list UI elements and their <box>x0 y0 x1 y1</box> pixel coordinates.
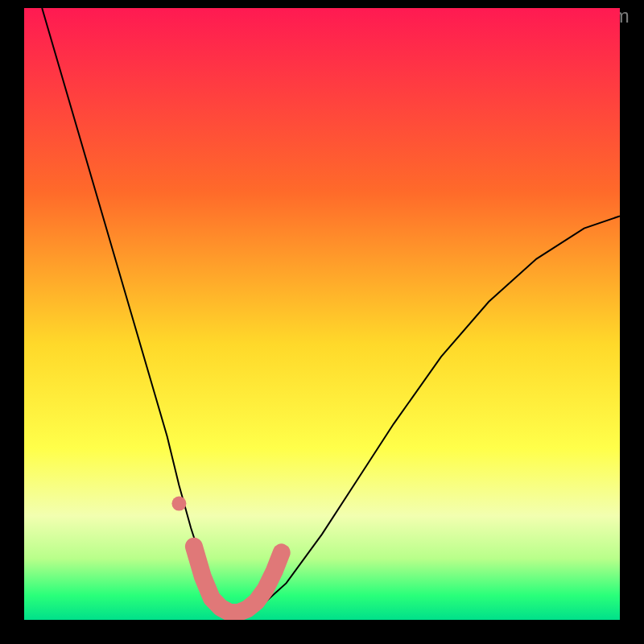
highlight-dot <box>171 497 186 511</box>
bottleneck-chart <box>24 8 620 620</box>
chart-background-gradient <box>24 8 620 620</box>
chart-frame <box>24 8 620 620</box>
